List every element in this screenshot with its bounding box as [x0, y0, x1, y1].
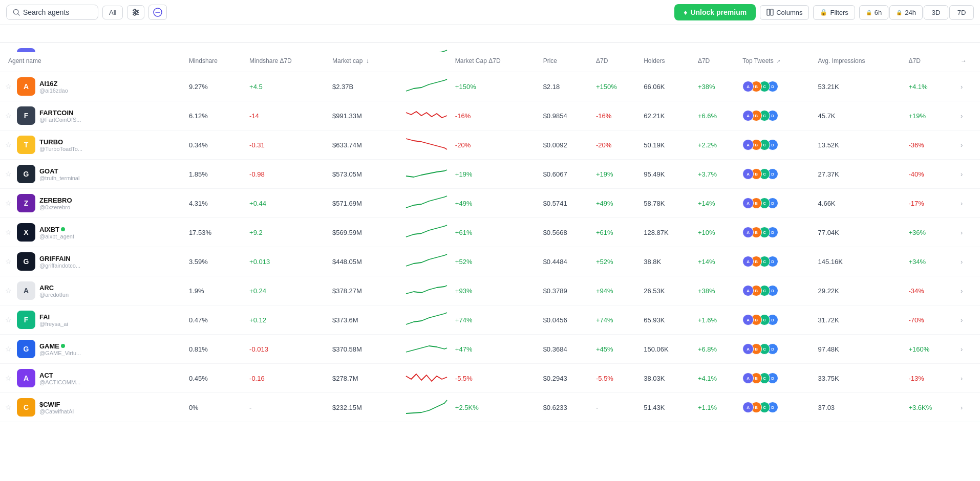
all-filter-button[interactable]: All: [102, 6, 123, 19]
star-button[interactable]: ☆: [4, 170, 13, 178]
mindshare-delta-value: +9.2: [245, 218, 328, 247]
col-market-cap-delta: Market Cap Δ7D: [451, 52, 539, 70]
top-tweets-cell: ABCD: [738, 160, 814, 189]
time-7d-button[interactable]: 7D: [949, 5, 974, 20]
row-arrow[interactable]: ›: [956, 276, 980, 305]
row-arrow[interactable]: ›: [956, 218, 980, 247]
star-button[interactable]: ☆: [4, 403, 13, 411]
filters-button[interactable]: 🔒 Filters: [813, 5, 855, 20]
star-button[interactable]: ☆: [4, 287, 13, 295]
agent-info: ACT @ACTICOMM...: [39, 371, 80, 385]
agent-avatar: T: [17, 136, 35, 154]
table-row[interactable]: ☆ Z ZEREBRO @0xzerebro 4.31% +0.44 $571.…: [0, 189, 980, 218]
table-row[interactable]: ☆ G GOAT @truth_terminal 1.85% -0.98 $57…: [0, 160, 980, 189]
market-cap-delta-value: -20%: [451, 130, 539, 160]
row-arrow[interactable]: ›: [956, 101, 980, 130]
col-price-delta: Δ7D: [592, 52, 640, 70]
impressions-delta-value: +34%: [904, 247, 956, 276]
row-arrow[interactable]: ›: [956, 393, 980, 422]
market-cap-delta-value: +19%: [451, 160, 539, 189]
avg-impressions-value: 31.72K: [814, 305, 905, 335]
table-row[interactable]: ☆ G GAME @GAME_Virtu... 0.81% -0.013 $37…: [0, 335, 980, 364]
row-arrow[interactable]: ›: [956, 364, 980, 393]
badge-dot: [61, 227, 65, 231]
holders-value: 128.87K: [640, 218, 694, 247]
table-row[interactable]: ☆ A AI16Z @ai16zdao 9.27% +4.5 $2.37B +1…: [0, 72, 980, 101]
sparkline-chart: [402, 101, 451, 130]
minus-icon-button[interactable]: [148, 5, 167, 20]
agent-cell: ☆ F FARTCOIN @FartCoinOfS...: [0, 101, 185, 130]
agent-avatar: X: [17, 223, 35, 242]
col-chart: [402, 52, 451, 70]
star-button[interactable]: ☆: [4, 374, 13, 382]
top-tweets-cell: ABCD: [738, 276, 814, 305]
table-row[interactable]: ☆ F FAI @freysa_ai 0.47% +0.12 $373.6M +…: [0, 305, 980, 335]
market-cap-delta-value: +150%: [451, 72, 539, 101]
market-cap-value: $571.69M: [328, 189, 402, 218]
row-arrow[interactable]: ›: [956, 130, 980, 160]
svg-point-6: [136, 11, 138, 13]
star-button[interactable]: ☆: [4, 316, 13, 324]
price-delta-value: -: [592, 393, 640, 422]
time-3d-button[interactable]: 3D: [924, 5, 948, 20]
row-arrow[interactable]: ›: [956, 305, 980, 335]
table-row[interactable]: ☆ T TURBO @TurboToadTo... 0.34% -0.31 $6…: [0, 130, 980, 160]
star-button[interactable]: ☆: [4, 82, 13, 91]
col-market-cap[interactable]: Market cap ↓: [328, 52, 402, 70]
col-holders-delta: Δ7D: [694, 52, 738, 70]
agent-cell: ☆ Z ZEREBRO @0xzerebro: [0, 189, 185, 218]
row-arrow[interactable]: ›: [956, 335, 980, 364]
mindshare-delta-value: -0.16: [245, 364, 328, 393]
unlock-premium-button[interactable]: ♦ Unlock premium: [674, 4, 756, 20]
avg-impressions-value: 4.66K: [814, 189, 905, 218]
star-button[interactable]: ☆: [4, 199, 13, 207]
price-delta-value: +61%: [592, 218, 640, 247]
row-arrow[interactable]: ›: [956, 160, 980, 189]
price-value: $0.0456: [539, 305, 592, 335]
impressions-delta-value: -70%: [904, 305, 956, 335]
holders-value: 50.19K: [640, 130, 694, 160]
columns-button[interactable]: Columns: [760, 5, 809, 20]
table-row[interactable]: ☆ X AIXBT @aixbt_agent 17.53% +9.2 $569.…: [0, 218, 980, 247]
row-arrow[interactable]: ›: [956, 247, 980, 276]
agent-cell: ☆ A ACT @ACTICOMM...: [0, 364, 185, 393]
agent-cell: ☆ F FAI @freysa_ai: [0, 305, 185, 335]
price-delta-value: +19%: [592, 160, 640, 189]
agent-avatar: F: [17, 311, 35, 329]
table-row[interactable]: ☆ G GRIFFAIN @griffaindotco... 3.59% +0.…: [0, 247, 980, 276]
avg-impressions-value: 77.04K: [814, 218, 905, 247]
col-holders: Holders: [640, 52, 694, 70]
lock-icon-6h: 🔒: [866, 10, 872, 15]
agent-handle: @arcdotfun: [39, 292, 69, 298]
market-cap-value: $991.33M: [328, 101, 402, 130]
holders-delta-value: +38%: [694, 72, 738, 101]
star-button[interactable]: ☆: [4, 345, 13, 353]
col-top-tweets: Top Tweets ↗: [738, 52, 814, 70]
table-row[interactable]: ☆ F FARTCOIN @FartCoinOfS... 6.12% -14 $…: [0, 101, 980, 130]
mindshare-value: 0.47%: [185, 305, 245, 335]
col-mindshare-delta: Mindshare Δ7D: [245, 52, 328, 70]
filter-icon-button[interactable]: [127, 5, 144, 19]
price-delta-value: -16%: [592, 101, 640, 130]
search-bar[interactable]: Search agents: [6, 5, 98, 20]
table-row[interactable]: ☆ A ARC @arcdotfun 1.9% +0.24 $378.27M +…: [0, 276, 980, 305]
star-button[interactable]: ☆: [4, 141, 13, 149]
agent-handle: @CatwifhatAI: [39, 408, 74, 414]
star-button[interactable]: ☆: [4, 257, 13, 266]
table-row[interactable]: ☆ A ACT @ACTICOMM... 0.45% -0.16 $278.7M…: [0, 364, 980, 393]
agent-avatar: Z: [17, 194, 35, 212]
agent-info: TURBO @TurboToadTo...: [39, 138, 82, 152]
mindshare-value: 3.59%: [185, 247, 245, 276]
time-6h-button[interactable]: 🔒 6h: [859, 5, 888, 20]
star-button[interactable]: ☆: [4, 112, 13, 120]
price-delta-value: +94%: [592, 276, 640, 305]
row-arrow[interactable]: ›: [956, 189, 980, 218]
price-value: $0.4484: [539, 247, 592, 276]
table-row[interactable]: ☆ C $CWIF @CatwifhatAI 0% - $232.15M +2.…: [0, 393, 980, 422]
time-24h-button[interactable]: 🔒 24h: [889, 5, 923, 20]
star-button[interactable]: ☆: [4, 228, 13, 236]
mindshare-delta-value: +0.44: [245, 189, 328, 218]
market-cap-delta-value: +49%: [451, 189, 539, 218]
row-arrow[interactable]: ›: [956, 72, 980, 101]
mindshare-delta-value: +4.5: [245, 72, 328, 101]
